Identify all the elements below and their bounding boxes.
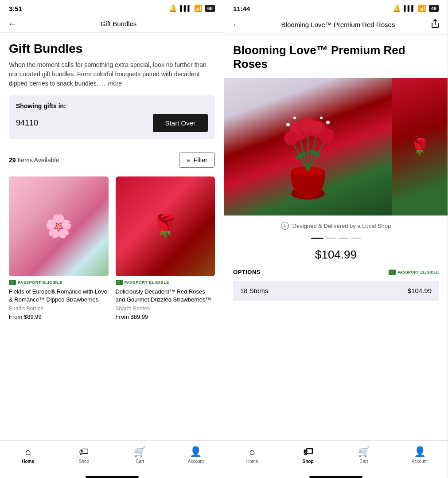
right-content: Blooming Love™ Premium Red Roses xyxy=(224,35,448,440)
right-nav-bar: ← Blooming Love™ Premium Red Roses xyxy=(224,15,448,35)
right-nav-home[interactable]: ⌂ Home xyxy=(224,444,280,466)
left-status-icons: 🔔 ▌▌▌ 📶 68 xyxy=(169,4,215,12)
left-page-title: Gift Bundles xyxy=(0,33,224,60)
right-nav-cart[interactable]: 🛒 Cart xyxy=(336,444,392,466)
product-name-2: Deliciously Decadent™ Red Roses and Gour… xyxy=(116,288,215,304)
svg-point-19 xyxy=(320,117,323,119)
cart-icon: 🛒 xyxy=(134,446,146,458)
rose-vase-svg xyxy=(264,82,352,211)
product-name-1: Fields of Europe® Romance with Love & Ro… xyxy=(9,288,109,304)
left-wifi-icon: 📶 xyxy=(194,4,203,12)
right-nav-title: Blooming Love™ Premium Red Roses xyxy=(245,21,431,28)
svg-point-18 xyxy=(326,121,330,124)
right-battery: 48 xyxy=(429,5,439,12)
dot-3 xyxy=(339,238,348,239)
options-label: OPTIONS xyxy=(233,269,261,275)
left-nav-account-label: Account xyxy=(188,459,204,464)
right-mute-icon: 🔔 xyxy=(393,4,401,12)
product-card-1[interactable]: 🌸 🌿 PASSPORT ELIGIBLE Fields of Europe® … xyxy=(9,176,109,320)
local-shop-badge: i Designed & Delivered by a Local Shop xyxy=(224,215,448,236)
option-name-1: 18 Stems xyxy=(240,287,268,294)
left-time: 3:51 xyxy=(9,5,22,12)
product-card-2[interactable]: 🌹 🌿 PASSPORT ELIGIBLE Deliciously Decade… xyxy=(116,176,215,320)
product-price-1: From $89.99 xyxy=(9,313,109,320)
left-bottom-nav: ⌂ Home 🏷 Shop 🛒 Cart 👤 Account xyxy=(0,440,224,474)
right-home-icon: ⌂ xyxy=(249,446,255,458)
right-nav-shop[interactable]: 🏷 Shop xyxy=(280,444,336,466)
right-nav-cart-label: Cart xyxy=(360,459,368,464)
dot-1 xyxy=(311,238,323,239)
left-content: Gift Bundles When the moment calls for s… xyxy=(0,33,224,440)
filter-icon: ≡ xyxy=(187,157,190,164)
right-status-bar: 11:44 🔔 ▌▌▌ 📶 48 xyxy=(224,0,448,15)
left-phone: 3:51 🔔 ▌▌▌ 📶 68 ← Gift Bundles Gift Bund… xyxy=(0,0,224,478)
start-over-button[interactable]: Start Over xyxy=(153,114,208,132)
items-count: 29 Items Available xyxy=(9,157,59,164)
product-image-2: 🌹 xyxy=(116,176,215,276)
right-nav-home-label: Home xyxy=(246,459,258,464)
zip-row: 94110 Start Over xyxy=(16,114,208,132)
left-nav-shop[interactable]: 🏷 Shop xyxy=(56,444,112,466)
left-home-indicator xyxy=(86,476,139,478)
filter-button[interactable]: ≡ Filter xyxy=(179,153,215,168)
product-image-container: 🌹 xyxy=(224,78,448,215)
left-mute-icon: 🔔 xyxy=(169,4,177,12)
right-time: 11:44 xyxy=(233,5,250,12)
options-passport-icon: 🌿 xyxy=(389,270,396,275)
svg-point-17 xyxy=(286,123,290,126)
dot-2 xyxy=(326,238,336,239)
svg-point-20 xyxy=(293,117,296,119)
right-nav-shop-label: Shop xyxy=(303,459,314,464)
left-back-button[interactable]: ← xyxy=(8,19,17,29)
more-link[interactable]: … more xyxy=(100,80,122,87)
local-shop-text: Designed & Delivered by a Local Shop xyxy=(292,223,391,229)
shop-icon: 🏷 xyxy=(79,446,89,458)
options-passport-badge: 🌿 PASSPORT ELIGIBLE xyxy=(389,270,439,275)
options-header: OPTIONS 🌿 PASSPORT ELIGIBLE xyxy=(233,269,439,275)
right-product-title: Blooming Love™ Premium Red Roses xyxy=(224,35,448,78)
filter-label: Filter xyxy=(194,157,207,164)
zip-section: Showing gifts in: 94110 Start Over xyxy=(9,95,215,139)
right-status-icons: 🔔 ▌▌▌ 📶 48 xyxy=(393,4,439,12)
products-grid: 🌸 🌿 PASSPORT ELIGIBLE Fields of Europe® … xyxy=(0,172,224,329)
flower-bouquet-1-icon: 🌸 xyxy=(9,176,109,276)
left-battery: 68 xyxy=(205,5,215,12)
left-signal-icon: ▌▌▌ xyxy=(180,5,191,12)
left-nav-title: Gift Bundles xyxy=(21,20,216,27)
product-price-2: From $89.99 xyxy=(116,313,215,320)
left-nav-home-label: Home xyxy=(22,459,34,464)
right-nav-account[interactable]: 👤 Account xyxy=(392,444,448,466)
left-nav-shop-label: Shop xyxy=(79,459,89,464)
share-button[interactable] xyxy=(431,19,440,31)
flower-bouquet-2-icon: 🌹 xyxy=(116,176,215,276)
dot-4 xyxy=(351,238,361,239)
home-icon: ⌂ xyxy=(25,446,31,458)
right-home-indicator xyxy=(309,476,362,478)
left-nav-cart[interactable]: 🛒 Cart xyxy=(112,444,168,466)
passport-badge-2: 🌿 PASSPORT ELIGIBLE xyxy=(116,280,215,285)
left-nav-account[interactable]: 👤 Account xyxy=(168,444,224,466)
right-shop-icon: 🏷 xyxy=(303,446,313,458)
account-icon: 👤 xyxy=(190,446,202,458)
option-price-1: $104.99 xyxy=(408,287,432,294)
product-brand-1: Shari's Berries xyxy=(9,306,109,312)
product-image-1: 🌸 xyxy=(9,176,109,276)
passport-icon-1: 🌿 xyxy=(9,280,16,285)
main-rose-image xyxy=(224,78,392,215)
right-phone: 11:44 🔔 ▌▌▌ 📶 48 ← Blooming Love™ Premiu… xyxy=(224,0,448,478)
option-row-1[interactable]: 18 Stems $104.99 xyxy=(233,281,439,301)
right-back-button[interactable]: ← xyxy=(232,20,241,30)
info-icon: i xyxy=(281,222,289,230)
items-filter-row: 29 Items Available ≡ Filter xyxy=(0,148,224,172)
left-status-bar: 3:51 🔔 ▌▌▌ 📶 68 xyxy=(0,0,224,15)
right-nav-account-label: Account xyxy=(412,459,428,464)
right-signal-icon: ▌▌▌ xyxy=(404,5,415,12)
zip-label: Showing gifts in: xyxy=(16,102,208,110)
left-nav-cart-label: Cart xyxy=(136,459,144,464)
product-brand-2: Shari's Berries xyxy=(116,306,215,312)
right-wifi-icon: 📶 xyxy=(418,4,426,12)
options-section: OPTIONS 🌿 PASSPORT ELIGIBLE 18 Stems $10… xyxy=(224,269,448,301)
right-cart-icon: 🛒 xyxy=(358,446,370,458)
left-nav-home[interactable]: ⌂ Home xyxy=(0,444,56,466)
passport-badge-1: 🌿 PASSPORT ELIGIBLE xyxy=(9,280,109,285)
